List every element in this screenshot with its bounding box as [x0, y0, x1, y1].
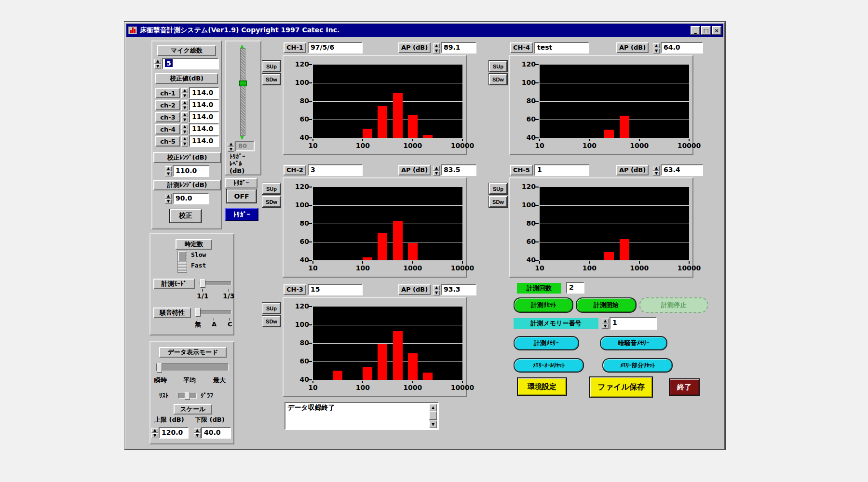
calibrate-button[interactable]: 校正 — [170, 209, 202, 223]
meas-reset-button[interactable]: 計測ﾘｾｯﾄ — [514, 297, 573, 313]
trigger-level-value[interactable]: 80 — [235, 141, 255, 151]
calib-range-value[interactable]: 110.0 — [173, 165, 209, 177]
ch5-button[interactable]: ch-5 — [155, 136, 180, 147]
display-mode-panel: データ表示モード 瞬時 平均 最大 ﾘｽﾄ ｸﾞﾗﾌ スケール 上限 (dB) … — [149, 341, 234, 444]
meas-count-input[interactable]: 2 — [566, 282, 584, 294]
display-mode-slider-handle[interactable] — [157, 363, 162, 373]
x-axis-tick-label: 1000 — [397, 142, 428, 149]
environment-settings-button[interactable]: 環境設定 — [517, 377, 567, 396]
ch1-button[interactable]: ch-1 — [155, 88, 180, 98]
scroll-thumb[interactable] — [429, 411, 437, 420]
ch2-button[interactable]: ch-2 — [155, 100, 180, 110]
display-mode-tick-average: 平均 — [183, 377, 196, 384]
scale-up-button[interactable]: SUp — [489, 183, 507, 194]
spectrum-bar — [333, 371, 342, 380]
scale-down-button[interactable]: SDw — [262, 316, 281, 327]
ch1-spinner[interactable]: ▲▼ — [181, 88, 188, 98]
message-box[interactable]: データ収録終了 ▲ ▼ — [285, 402, 439, 430]
scale-up-button[interactable]: SUp — [262, 303, 281, 314]
close-button[interactable]: × — [712, 26, 721, 35]
lower-limit-spinner[interactable]: ▲▼ — [194, 428, 201, 438]
minimize-button[interactable]: _ — [691, 26, 700, 35]
ch5-spinner[interactable]: ▲▼ — [181, 136, 188, 147]
noise-char-slider-handle[interactable] — [195, 308, 201, 317]
scale-down-button[interactable]: SDw — [489, 74, 507, 85]
y-axis-tick-label: 100 — [290, 79, 309, 86]
ch2-spinner[interactable]: ▲▼ — [181, 100, 188, 110]
time-constant-toggle[interactable] — [177, 251, 187, 273]
scroll-up-icon[interactable]: ▲ — [429, 404, 437, 411]
trigger-button[interactable]: ﾄﾘｶﾞｰ — [225, 208, 258, 221]
channel-title-input[interactable]: 3 — [308, 164, 363, 176]
calib-range-spinner[interactable]: ▲▼ — [165, 166, 172, 176]
meas-mode-slider-handle[interactable] — [200, 279, 205, 288]
list-graph-toggle[interactable] — [178, 393, 197, 399]
channel-title-input[interactable]: test — [534, 42, 589, 54]
trigger-level-slider[interactable]: ▲ ▼ — [240, 48, 245, 136]
ap-spinner[interactable]: ▲▼ — [433, 166, 440, 176]
file-save-button[interactable]: ファイル保存 — [589, 376, 653, 398]
display-mode-slider[interactable] — [156, 363, 229, 371]
mic-count-spinner[interactable]: ▲▼ — [154, 59, 161, 69]
scale-up-button[interactable]: SUp — [262, 61, 281, 72]
scale-up-button[interactable]: SUp — [489, 61, 507, 72]
x-tick-mark — [689, 261, 690, 264]
meas-range-value[interactable]: 90.0 — [173, 193, 209, 204]
noise-char-slider[interactable] — [195, 310, 231, 314]
channel-title-input[interactable]: 15 — [308, 284, 363, 295]
exit-button[interactable]: 終了 — [669, 378, 700, 396]
ap-spinner[interactable]: ▲▼ — [653, 166, 660, 176]
scale-up-button[interactable]: SUp — [262, 183, 281, 194]
ap-spinner[interactable]: ▲▼ — [433, 43, 440, 54]
time-constant-handle[interactable] — [178, 252, 186, 261]
channel-title-input[interactable]: 97/5/6 — [308, 42, 363, 54]
ch3-value[interactable]: 114.0 — [189, 111, 219, 123]
meas-range-spinner[interactable]: ▲▼ — [165, 194, 172, 204]
y-axis-tick-label: 40 — [290, 134, 309, 141]
trigger-off-button[interactable]: OFF — [227, 189, 257, 203]
maximize-button[interactable]: □ — [701, 26, 711, 35]
message-scrollbar[interactable]: ▲ ▼ — [429, 404, 437, 428]
ap-spinner[interactable]: ▲▼ — [653, 43, 660, 54]
trigger-level-slider-handle[interactable] — [239, 80, 247, 86]
ch4-button[interactable]: ch-4 — [155, 124, 180, 134]
memory-part-reset-button[interactable]: ﾒﾓﾘｰ部分ﾘｾｯﾄ — [602, 358, 673, 373]
ch3-button[interactable]: ch-3 — [155, 112, 180, 122]
x-axis-tick-label: 1000 — [624, 142, 655, 149]
y-tick-mark — [309, 324, 312, 325]
ch5-value[interactable]: 114.0 — [189, 135, 219, 147]
meas-memory-button[interactable]: 計測ﾒﾓﾘｰ — [514, 336, 579, 350]
ap-value: 93.3 — [441, 284, 476, 295]
scroll-down-icon[interactable]: ▼ — [429, 421, 437, 428]
trigger-level-spinner[interactable]: ▲▼ — [228, 142, 234, 152]
noise-memory-button[interactable]: 暗騒音ﾒﾓﾘｰ — [600, 336, 667, 350]
upper-limit-value[interactable]: 120.0 — [159, 427, 189, 439]
trigger-level-caption: ﾄﾘｶﾞｰ ﾚﾍﾞﾙ (dB) — [230, 153, 245, 175]
ch4-value[interactable]: 114.0 — [189, 123, 219, 135]
x-axis-tick-label: 10000 — [674, 264, 705, 272]
meas-mode-slider[interactable] — [200, 281, 231, 285]
memory-number-input[interactable]: 1 — [610, 317, 657, 330]
ch4-spinner[interactable]: ▲▼ — [181, 124, 188, 134]
lower-limit-value[interactable]: 40.0 — [201, 427, 231, 439]
meas-start-button[interactable]: 計測開始 — [576, 297, 637, 313]
title-bar[interactable]: 床衝撃音計測システム(Ver1.9) Copyright 1997 Catec … — [126, 24, 723, 37]
x-axis-tick-label: 10 — [298, 384, 328, 391]
mic-count-input[interactable]: 5 — [162, 58, 219, 69]
y-axis-tick-label: 80 — [516, 219, 536, 227]
scale-down-button[interactable]: SDw — [262, 196, 281, 207]
upper-limit-spinner[interactable]: ▲▼ — [151, 428, 158, 438]
plot-area — [313, 307, 462, 380]
ch1-value[interactable]: 114.0 — [189, 87, 219, 99]
memory-number-spinner[interactable]: ▲▼ — [602, 319, 609, 329]
list-graph-toggle-handle[interactable] — [185, 392, 190, 400]
memory-all-reset-button[interactable]: ﾒﾓﾘｰｵｰﾙﾘｾｯﾄ — [514, 358, 584, 373]
scale-down-button[interactable]: SDw — [262, 74, 281, 85]
ap-spinner[interactable]: ▲▼ — [433, 285, 440, 295]
x-axis-tick-label: 10000 — [447, 384, 478, 391]
ch3-spinner[interactable]: ▲▼ — [181, 112, 188, 122]
y-tick-mark — [535, 101, 539, 102]
ch2-value[interactable]: 114.0 — [189, 99, 219, 111]
scale-down-button[interactable]: SDw — [489, 196, 507, 207]
channel-title-input[interactable]: 1 — [534, 164, 589, 176]
